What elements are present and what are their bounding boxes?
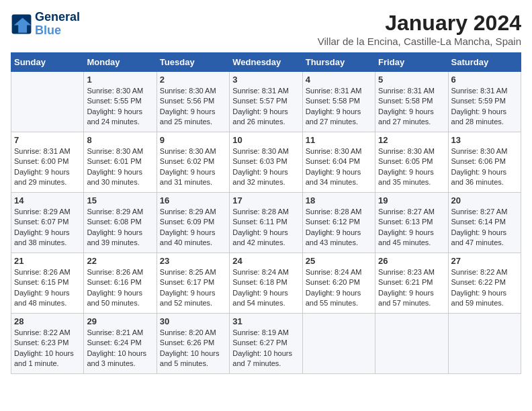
cell-content: Sunrise: 8:31 AMSunset: 5:57 PMDaylight:…: [232, 86, 299, 128]
week-row-2: 14Sunrise: 8:29 AMSunset: 6:07 PMDayligh…: [11, 193, 521, 253]
day-number: 28: [14, 316, 81, 326]
cell-content: Sunrise: 8:21 AMSunset: 6:24 PMDaylight:…: [87, 328, 153, 369]
cell-line: Sunset: 5:58 PM: [306, 97, 360, 105]
cell-line: Daylight: 10 hours: [232, 349, 292, 357]
cell-line: Sunrise: 8:31 AM: [232, 87, 289, 95]
cell-line: Sunset: 6:00 PM: [14, 157, 69, 165]
calendar-cell: 5Sunrise: 8:31 AMSunset: 5:58 PMDaylight…: [375, 72, 448, 132]
cell-content: Sunrise: 8:26 AMSunset: 6:15 PMDaylight:…: [14, 267, 81, 309]
calendar-cell: 7Sunrise: 8:31 AMSunset: 6:00 PMDaylight…: [11, 132, 84, 193]
cell-line: and 48 minutes.: [14, 299, 66, 307]
cell-line: Sunrise: 8:25 AM: [160, 268, 216, 276]
cell-line: Daylight: 9 hours: [14, 289, 70, 297]
cell-line: and 7 minutes.: [232, 359, 281, 367]
day-number: 26: [378, 256, 445, 266]
cell-line: Sunset: 6:23 PM: [14, 338, 69, 347]
cell-line: Sunset: 6:21 PM: [378, 278, 433, 286]
cell-line: Sunrise: 8:19 AM: [232, 328, 289, 336]
cell-content: Sunrise: 8:20 AMSunset: 6:26 PMDaylight:…: [160, 328, 226, 369]
cell-content: Sunrise: 8:19 AMSunset: 6:27 PMDaylight:…: [232, 328, 299, 369]
cell-line: Sunrise: 8:31 AM: [14, 147, 71, 155]
calendar-cell: 14Sunrise: 8:29 AMSunset: 6:07 PMDayligh…: [11, 193, 84, 253]
cell-content: Sunrise: 8:30 AMSunset: 6:04 PMDaylight:…: [306, 146, 372, 188]
cell-line: Sunset: 6:16 PM: [87, 278, 141, 286]
cell-line: Daylight: 9 hours: [451, 168, 507, 176]
cell-line: Sunset: 6:09 PM: [160, 218, 214, 226]
cell-content: Sunrise: 8:31 AMSunset: 5:58 PMDaylight:…: [306, 86, 372, 128]
cell-line: Sunrise: 8:30 AM: [160, 147, 216, 155]
cell-content: Sunrise: 8:30 AMSunset: 6:01 PMDaylight:…: [87, 146, 153, 188]
cell-line: Sunrise: 8:26 AM: [87, 268, 143, 276]
cell-line: and 31 minutes.: [160, 178, 212, 186]
cell-content: Sunrise: 8:28 AMSunset: 6:12 PMDaylight:…: [306, 207, 372, 248]
calendar-cell: 2Sunrise: 8:30 AMSunset: 5:56 PMDaylight…: [157, 72, 229, 132]
cell-line: Sunrise: 8:31 AM: [378, 87, 435, 95]
day-number: 7: [14, 135, 81, 145]
calendar-cell: 9Sunrise: 8:30 AMSunset: 6:02 PMDaylight…: [157, 132, 229, 193]
cell-content: Sunrise: 8:30 AMSunset: 5:56 PMDaylight:…: [160, 86, 226, 128]
cell-content: Sunrise: 8:23 AMSunset: 6:21 PMDaylight:…: [378, 267, 445, 309]
cell-line: Sunset: 6:01 PM: [87, 157, 141, 165]
subtitle: Villar de la Encina, Castille-La Mancha,…: [318, 36, 521, 47]
cell-line: and 57 minutes.: [378, 299, 431, 307]
day-number: 22: [87, 256, 153, 266]
cell-line: Sunset: 5:58 PM: [378, 97, 433, 105]
cell-line: Sunrise: 8:29 AM: [87, 208, 143, 216]
day-number: 19: [378, 195, 445, 205]
cell-line: Sunset: 6:27 PM: [232, 338, 287, 347]
header-row: Sunday Monday Tuesday Wednesday Thursday…: [11, 53, 521, 72]
calendar-cell: [375, 314, 448, 374]
cell-line: and 1 minute.: [14, 359, 59, 367]
cell-line: Sunset: 5:57 PM: [232, 97, 287, 105]
col-saturday: Saturday: [448, 53, 521, 72]
day-number: 16: [160, 195, 226, 205]
cell-line: Sunrise: 8:26 AM: [14, 268, 71, 276]
calendar-cell: 3Sunrise: 8:31 AMSunset: 5:57 PMDaylight…: [230, 72, 302, 132]
cell-content: Sunrise: 8:29 AMSunset: 6:08 PMDaylight:…: [87, 207, 153, 248]
cell-line: Daylight: 9 hours: [160, 289, 216, 297]
day-number: 24: [232, 256, 299, 266]
cell-line: and 27 minutes.: [306, 118, 358, 126]
cell-line: Sunrise: 8:23 AM: [378, 268, 435, 276]
cell-content: Sunrise: 8:30 AMSunset: 6:06 PMDaylight:…: [451, 146, 518, 188]
cell-line: and 35 minutes.: [378, 178, 431, 186]
cell-line: Sunrise: 8:24 AM: [232, 268, 289, 276]
cell-line: Sunset: 6:06 PM: [451, 157, 506, 165]
day-number: 31: [232, 316, 299, 326]
cell-line: Sunrise: 8:30 AM: [306, 147, 362, 155]
cell-line: Sunrise: 8:28 AM: [306, 208, 362, 216]
cell-content: Sunrise: 8:30 AMSunset: 5:55 PMDaylight:…: [87, 86, 153, 128]
calendar-cell: [302, 314, 375, 374]
day-number: 15: [87, 195, 153, 205]
day-number: 1: [87, 75, 153, 85]
calendar-cell: 29Sunrise: 8:21 AMSunset: 6:24 PMDayligh…: [84, 314, 157, 374]
calendar-cell: 20Sunrise: 8:27 AMSunset: 6:14 PMDayligh…: [448, 193, 521, 253]
cell-line: Sunset: 6:08 PM: [87, 218, 141, 226]
calendar-cell: 24Sunrise: 8:24 AMSunset: 6:18 PMDayligh…: [230, 253, 302, 314]
cell-line: Daylight: 9 hours: [160, 228, 216, 236]
main-title: January 2024: [318, 11, 521, 36]
calendar-cell: 30Sunrise: 8:20 AMSunset: 6:26 PMDayligh…: [157, 314, 229, 374]
cell-line: Sunset: 6:24 PM: [87, 338, 141, 347]
cell-line: and 59 minutes.: [451, 299, 504, 307]
cell-line: Sunset: 6:20 PM: [306, 278, 360, 286]
cell-line: Daylight: 9 hours: [232, 228, 288, 236]
calendar-cell: [11, 72, 84, 132]
cell-line: Sunrise: 8:31 AM: [451, 87, 508, 95]
cell-line: and 29 minutes.: [14, 178, 66, 186]
cell-line: Sunset: 6:03 PM: [232, 157, 287, 165]
cell-content: Sunrise: 8:30 AMSunset: 6:05 PMDaylight:…: [378, 146, 445, 188]
calendar-table: Sunday Monday Tuesday Wednesday Thursday…: [11, 52, 521, 374]
col-wednesday: Wednesday: [230, 53, 302, 72]
header: General Blue January 2024 Villar de la E…: [11, 11, 521, 47]
cell-line: Daylight: 9 hours: [14, 168, 70, 176]
cell-line: Sunset: 6:22 PM: [451, 278, 506, 286]
day-number: 8: [87, 135, 153, 145]
cell-line: Sunrise: 8:28 AM: [232, 208, 289, 216]
cell-content: Sunrise: 8:28 AMSunset: 6:11 PMDaylight:…: [232, 207, 299, 248]
col-thursday: Thursday: [302, 53, 375, 72]
logo: General Blue: [11, 11, 80, 38]
cell-line: and 43 minutes.: [306, 238, 358, 246]
week-row-0: 1Sunrise: 8:30 AMSunset: 5:55 PMDaylight…: [11, 72, 521, 132]
calendar-cell: 11Sunrise: 8:30 AMSunset: 6:04 PMDayligh…: [302, 132, 375, 193]
